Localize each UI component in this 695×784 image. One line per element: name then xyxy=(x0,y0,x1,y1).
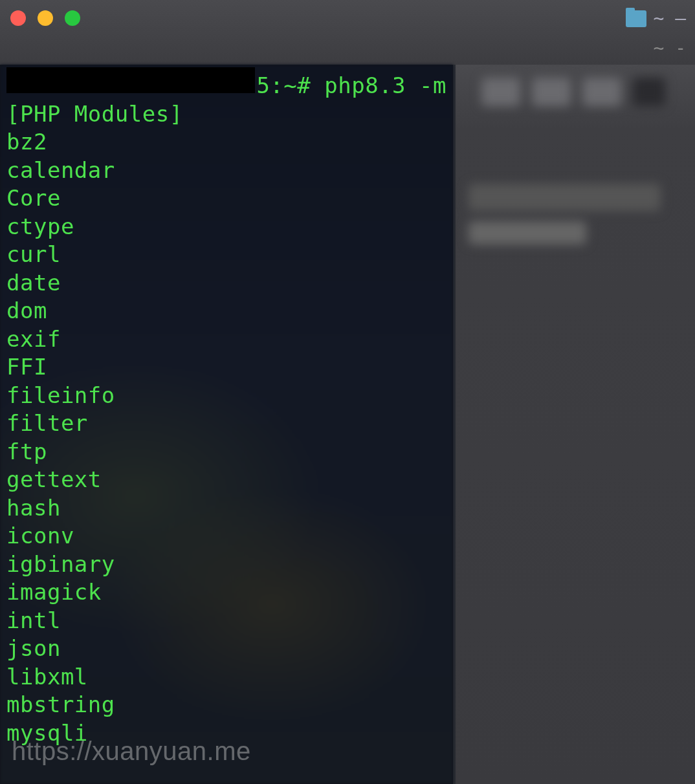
blurred-subheading xyxy=(469,221,586,245)
module-line: igbinary xyxy=(6,550,447,579)
module-line: iconv xyxy=(6,522,447,550)
prompt-line: 5:~# php8.3 -m xyxy=(6,67,447,100)
module-line: libxml xyxy=(6,663,447,691)
module-line: filter xyxy=(6,409,447,438)
terminal-output: 5:~# php8.3 -m [PHP Modules] bz2calendar… xyxy=(0,65,453,750)
module-line: date xyxy=(6,269,447,298)
watermark-text: https://xuanyuan.me xyxy=(12,737,251,766)
command-text: php8.3 -m xyxy=(324,72,447,100)
module-line: exif xyxy=(6,325,447,354)
terminal[interactable]: 5:~# php8.3 -m [PHP Modules] bz2calendar… xyxy=(0,65,453,784)
module-line: curl xyxy=(6,241,447,269)
modules-header: [PHP Modules] xyxy=(6,100,447,129)
module-line: calendar xyxy=(6,157,447,185)
module-line: hash xyxy=(6,494,447,523)
module-line: fileinfo xyxy=(6,382,447,410)
module-line: ftp xyxy=(6,438,447,466)
redacted-hostname xyxy=(6,67,255,93)
tab-path: ~ - xyxy=(653,38,686,59)
blurred-toolbar-item xyxy=(582,78,621,106)
module-line: intl xyxy=(6,607,447,635)
blurred-toolbar-item xyxy=(481,78,520,106)
module-line: json xyxy=(6,635,447,663)
module-line: Core xyxy=(6,184,447,213)
tab-label: ~ — xyxy=(653,8,686,29)
maximize-button[interactable] xyxy=(65,10,80,26)
blurred-heading xyxy=(469,184,661,211)
tab-indicator[interactable]: ~ — xyxy=(626,8,686,29)
module-line: dom xyxy=(6,297,447,325)
prompt-suffix: 5:~# xyxy=(256,72,311,100)
module-line: bz2 xyxy=(6,128,447,157)
module-line: gettext xyxy=(6,466,447,494)
module-line: ctype xyxy=(6,213,447,241)
traffic-lights xyxy=(10,10,80,26)
blurred-toolbar-item xyxy=(633,78,665,106)
close-button[interactable] xyxy=(10,10,26,26)
module-line: imagick xyxy=(6,578,447,607)
module-line: mbstring xyxy=(6,691,447,719)
window-titlebar: ~ — ~ - xyxy=(0,0,695,65)
module-line: FFI xyxy=(6,353,447,382)
folder-icon xyxy=(626,10,646,27)
background-window xyxy=(456,65,695,784)
blurred-toolbar-item xyxy=(532,78,571,106)
minimize-button[interactable] xyxy=(38,10,53,26)
